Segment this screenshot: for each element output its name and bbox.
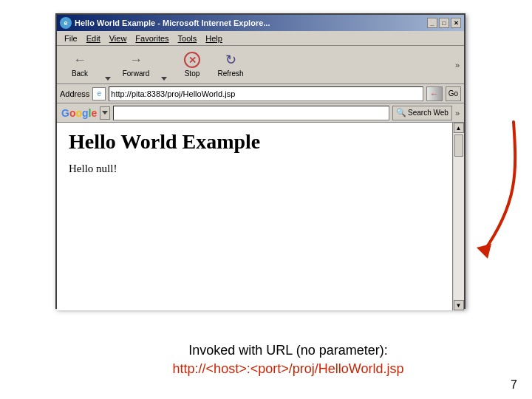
- menu-favorites[interactable]: Favorites: [131, 33, 173, 44]
- refresh-icon: ↻: [225, 52, 236, 68]
- svg-marker-0: [477, 244, 491, 259]
- address-label: Address: [60, 89, 89, 98]
- title-bar: e Hello World Example - Microsoft Intern…: [57, 15, 464, 31]
- back-dropdown-icon: [105, 77, 111, 81]
- menu-help[interactable]: Help: [201, 33, 227, 44]
- maximize-button[interactable]: □: [439, 18, 449, 28]
- google-dropdown[interactable]: [100, 106, 110, 120]
- page-body: Hello null!: [69, 163, 440, 175]
- refresh-label: Refresh: [217, 69, 243, 78]
- scrollbar[interactable]: ▲ ▼: [452, 123, 464, 310]
- google-logo: Google: [61, 107, 97, 119]
- menu-edit[interactable]: Edit: [82, 33, 105, 44]
- toolbar: ← Back → Forward ✕ Stop ↻ Refresh »: [57, 46, 464, 84]
- google-search-label: Search Web: [408, 109, 449, 117]
- scroll-down-button[interactable]: ▼: [454, 300, 464, 310]
- title-bar-left: e Hello World Example - Microsoft Intern…: [60, 17, 270, 29]
- bottom-section: Invoked with URL (no parameter): http://…: [55, 343, 521, 377]
- google-more[interactable]: »: [455, 109, 460, 117]
- google-search-input[interactable]: [113, 106, 389, 120]
- slide: e Hello World Example - Microsoft Intern…: [0, 0, 532, 399]
- address-arrow: ←: [426, 86, 443, 101]
- forward-button[interactable]: → Forward: [117, 48, 154, 82]
- browser-icon: e: [60, 17, 72, 29]
- forward-label: Forward: [123, 69, 150, 78]
- invoked-text: Invoked with URL (no parameter):: [55, 343, 521, 358]
- scroll-thumb[interactable]: [454, 134, 463, 157]
- scroll-up-button[interactable]: ▲: [454, 123, 464, 133]
- content-area: Hello World Example Hello null!: [57, 123, 452, 310]
- content-inner: Hello World Example Hello null!: [57, 123, 452, 183]
- back-label: Back: [72, 69, 88, 78]
- url-text: http://<host>:<port>/proj/HelloWorld.jsp: [55, 361, 521, 377]
- refresh-button[interactable]: ↻ Refresh: [212, 48, 249, 82]
- back-dropdown[interactable]: [100, 48, 116, 82]
- minimize-button[interactable]: _: [427, 18, 437, 28]
- browser-window: e Hello World Example - Microsoft Intern…: [55, 13, 466, 309]
- stop-label: Stop: [185, 69, 200, 78]
- close-button[interactable]: ✕: [451, 18, 461, 28]
- menu-file[interactable]: File: [60, 33, 82, 44]
- back-icon: ←: [73, 52, 86, 68]
- menu-tools[interactable]: Tools: [174, 33, 202, 44]
- google-search-button[interactable]: 🔍 Search Web: [392, 106, 452, 120]
- toolbar-more[interactable]: »: [455, 61, 460, 69]
- window-title: Hello World Example - Microsoft Internet…: [75, 18, 270, 27]
- page-number: 7: [511, 378, 517, 392]
- forward-icon: →: [129, 52, 143, 68]
- window-controls: _ □ ✕: [427, 18, 461, 28]
- menu-bar: File Edit View Favorites Tools Help: [57, 31, 464, 46]
- stop-button[interactable]: ✕ Stop: [174, 48, 211, 82]
- browser-main: Hello World Example Hello null! ▲ ▼: [57, 123, 464, 310]
- address-icon: e: [92, 87, 106, 100]
- page-title: Hello World Example: [69, 130, 440, 154]
- stop-icon: ✕: [184, 52, 200, 68]
- go-button[interactable]: Go: [446, 86, 461, 101]
- address-input[interactable]: [109, 86, 423, 101]
- forward-dropdown-icon: [161, 77, 167, 81]
- google-dropdown-icon: [102, 111, 108, 115]
- scroll-track[interactable]: [454, 133, 464, 300]
- back-button[interactable]: ← Back: [61, 48, 98, 82]
- forward-dropdown[interactable]: [156, 48, 172, 82]
- google-bar: Google 🔍 Search Web »: [57, 103, 464, 123]
- address-bar: Address e ← Go: [57, 84, 464, 103]
- menu-view[interactable]: View: [105, 33, 132, 44]
